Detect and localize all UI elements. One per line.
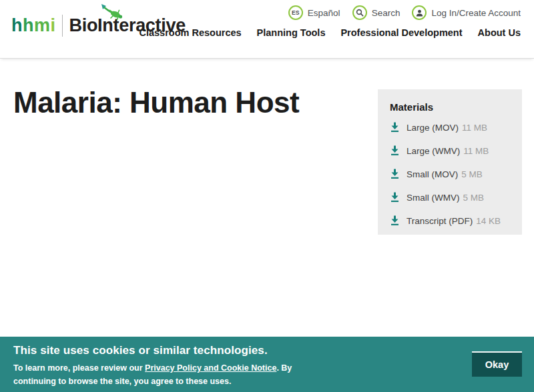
cookie-consent-banner: This site uses cookies or similar techno… <box>0 337 534 392</box>
hhmi-letter: h <box>23 15 34 35</box>
search-icon <box>352 5 367 20</box>
download-small-mov[interactable]: Small (MOV) 5 MB <box>390 169 511 179</box>
download-large-mov[interactable]: Large (MOV) 11 MB <box>390 122 511 133</box>
cookie-banner-text: To learn more, please review our Privacy… <box>13 361 320 388</box>
search-label: Search <box>372 8 400 18</box>
download-label: Large (MOV) <box>407 123 459 133</box>
nav-classroom-resources[interactable]: Classroom Resources <box>139 27 241 38</box>
hhmi-letter: m <box>34 15 51 35</box>
download-label: Small (MOV) <box>407 169 458 179</box>
okay-button[interactable]: Okay <box>472 351 522 377</box>
download-icon <box>390 215 400 226</box>
nav-professional-development[interactable]: Professional Development <box>340 27 462 38</box>
cookie-text-before-link: To learn more, please review our <box>13 363 145 373</box>
download-size: 11 MB <box>463 146 489 156</box>
cookie-banner-heading: This site uses cookies or similar techno… <box>13 344 268 357</box>
download-label: Transcript (PDF) <box>407 216 473 226</box>
page-title: Malaria: Human Host <box>13 87 299 119</box>
download-size: 14 KB <box>476 216 501 226</box>
utility-nav: ES Español Search Log In/Create Account <box>288 5 521 20</box>
login-create-account[interactable]: Log In/Create Account <box>412 5 521 20</box>
nav-about-us[interactable]: About Us <box>478 27 521 38</box>
nav-planning-tools[interactable]: Planning Tools <box>257 27 326 38</box>
hhmi-wordmark: hhmi <box>11 17 56 35</box>
site-header: hhmi BioInteractive ES Español <box>0 0 534 59</box>
download-size: 5 MB <box>463 193 485 203</box>
user-icon <box>412 5 427 20</box>
login-label: Log In/Create Account <box>431 8 521 18</box>
materials-heading: Materials <box>390 101 511 113</box>
lizard-icon <box>97 3 124 23</box>
download-large-wmv[interactable]: Large (WMV) 11 MB <box>390 145 511 156</box>
hhmi-letter: i <box>51 15 56 35</box>
logo-divider <box>62 15 63 37</box>
search-button[interactable]: Search <box>352 5 400 20</box>
download-icon <box>390 122 400 133</box>
main-nav: Classroom Resources Planning Tools Profe… <box>139 27 521 38</box>
hhmi-letter: h <box>11 15 23 35</box>
download-label: Small (WMV) <box>407 193 460 203</box>
download-icon <box>390 145 400 156</box>
download-small-wmv[interactable]: Small (WMV) 5 MB <box>390 192 511 203</box>
privacy-policy-link[interactable]: Privacy Policy and Cookie Notice <box>145 363 276 373</box>
es-badge-text: ES <box>292 9 300 16</box>
materials-panel: Materials Large (MOV) 11 MB Large (WMV) … <box>378 89 522 235</box>
download-icon <box>390 192 400 203</box>
download-size: 5 MB <box>461 169 483 179</box>
download-icon <box>390 169 400 179</box>
language-toggle-espanol[interactable]: ES Español <box>288 5 340 20</box>
download-label: Large (WMV) <box>407 146 460 156</box>
download-transcript-pdf[interactable]: Transcript (PDF) 14 KB <box>390 215 511 226</box>
download-size: 11 MB <box>462 123 487 133</box>
espanol-label: Español <box>308 8 340 18</box>
es-badge-icon: ES <box>288 5 303 20</box>
